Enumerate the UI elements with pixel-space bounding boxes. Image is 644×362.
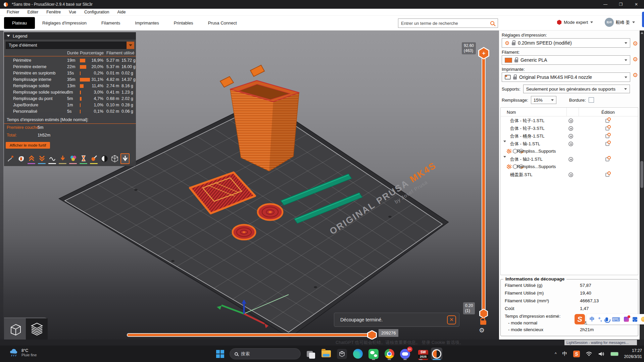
weather-widget[interactable]: 8°CPluie fine — [9, 348, 37, 357]
legend-row[interactable]: Remplissage solide supérieur3m3,0%0.41 m… — [4, 89, 136, 96]
task-view-button[interactable] — [305, 348, 316, 360]
editor-view-button[interactable] — [4, 318, 26, 340]
legend-row[interactable]: Jupe/Bordure1m1,0%0.10 m0.28 g — [4, 102, 136, 108]
file-explorer-button[interactable] — [320, 348, 332, 360]
deretractions-icon[interactable] — [37, 153, 46, 164]
start-button[interactable] — [216, 350, 224, 358]
edit-printer-button[interactable]: ⚙ — [633, 71, 638, 79]
sogou-icon[interactable]: S — [575, 314, 585, 324]
object-row[interactable]: 合体 - 轴-1.STL — [501, 140, 638, 147]
object-row[interactable]: 合体 - 轮子-1.STL — [501, 116, 638, 124]
object-child-row[interactable]: Rempliss...Supports — [501, 163, 638, 170]
prusaslicer-taskbar-button[interactable] — [431, 348, 442, 360]
ime-punctuation-icon[interactable]: °, — [598, 316, 602, 322]
object-child-row[interactable]: Rempliss...Supports — [501, 147, 638, 155]
close-button[interactable]: ✕ — [629, 0, 644, 9]
tab-printables[interactable]: Printables — [166, 17, 201, 29]
tab-reglages-impression[interactable]: Réglages d'Impression — [35, 17, 94, 29]
name-column-header[interactable]: Nom — [507, 110, 516, 115]
edit-icon[interactable] — [605, 126, 609, 131]
eye-icon[interactable] — [568, 142, 573, 146]
legend-row[interactable]: Périmètre externe22m20,0%5.37 m16.00 g — [4, 64, 136, 70]
tab-imprimantes[interactable]: Imprimantes — [128, 17, 166, 29]
legend-row[interactable]: Remplissage solide13m11,4%2.74 m8.16 g — [4, 83, 136, 89]
expand-caret-icon[interactable] — [503, 141, 506, 147]
stealth-mode-button[interactable]: Afficher le mode furtif — [6, 142, 50, 149]
edit-icon[interactable] — [605, 173, 609, 177]
tool-changes-icon[interactable] — [58, 153, 67, 164]
tab-filaments[interactable]: Filaments — [94, 17, 128, 29]
object-row[interactable]: 合体 - 桶身-1.STL — [501, 132, 638, 140]
legend-row[interactable]: Périmètre19m16,9%5.27 m15.72 g — [4, 57, 136, 64]
viewport-3d[interactable]: ORIGINAL PRUSA MK4S by Josef Prusa — [0, 31, 499, 340]
view-type-dropdown-button[interactable] — [127, 42, 134, 49]
scroll-up-icon[interactable] — [641, 32, 643, 34]
legend-header[interactable]: Legend — [4, 32, 136, 40]
legend-row[interactable]: Périmètre en surplomb15s0,2%0.01 m0.02 g — [4, 70, 136, 76]
ime-apps-icon[interactable] — [633, 317, 637, 322]
tab-plateau[interactable]: Plateau — [4, 17, 35, 29]
search-input[interactable]: Entrer un terme de recherche — [398, 18, 498, 28]
edit-icon[interactable] — [605, 157, 609, 161]
menu-aide[interactable]: Aide — [113, 10, 130, 14]
retractions-icon[interactable] — [27, 153, 36, 164]
edit-icon[interactable] — [605, 119, 609, 123]
chrome-button[interactable] — [384, 348, 395, 360]
shells-icon[interactable] — [110, 153, 119, 164]
legend-row[interactable]: Remplissage interne35m31,1%4.82 m14.37 g — [4, 76, 136, 83]
emoji-icon[interactable] — [641, 317, 644, 322]
solidworks-button[interactable]: SW2025 — [415, 348, 427, 360]
filament-combo[interactable]: Generic PLA — [502, 55, 630, 65]
menu-editer[interactable]: Editer — [23, 10, 43, 14]
sogou-tray-icon[interactable]: S — [573, 351, 580, 357]
move-slider-track[interactable] — [128, 334, 370, 336]
layer-slider-track[interactable] — [482, 53, 485, 311]
discord-button[interactable]: 9+ — [399, 348, 411, 360]
eye-icon[interactable] — [568, 172, 573, 177]
menu-configuration[interactable]: Configuration — [80, 10, 113, 14]
eye-icon[interactable] — [568, 126, 573, 131]
menu-vue[interactable]: Vue — [65, 10, 80, 14]
seams-icon[interactable] — [48, 153, 57, 164]
edit-filament-button[interactable]: ⚙ — [633, 56, 638, 63]
printer-combo[interactable]: Original Prusa MK4S HF0.4 nozzle — [502, 72, 630, 82]
notification-close-button[interactable]: ✕ — [447, 315, 456, 324]
ime-indicator[interactable]: 中 — [562, 351, 567, 357]
print-settings-combo[interactable]: ⚙ 0.20mm SPEED (modifié) — [502, 38, 630, 48]
travel-moves-icon[interactable] — [6, 153, 15, 164]
center-of-mass-icon[interactable] — [100, 153, 109, 164]
custom-gcode-icon[interactable] — [89, 153, 98, 164]
wipe-icon[interactable] — [16, 153, 26, 164]
object-row[interactable]: 合体 - 轮子-3.STL — [501, 124, 638, 132]
maximize-button[interactable]: ❐ — [613, 0, 629, 9]
infill-dropdown[interactable]: 15% — [531, 96, 556, 104]
object-row[interactable]: 桶盖新.STL — [501, 170, 638, 178]
preview-view-button[interactable] — [26, 318, 48, 340]
sidebar-scrollbar[interactable] — [640, 31, 644, 340]
object-row[interactable]: 合体 - 轴2-1.STL — [501, 155, 638, 163]
volume-icon[interactable] — [598, 351, 605, 357]
legend-toggle-icon[interactable] — [120, 153, 130, 164]
pause-prints-icon[interactable] — [79, 153, 88, 164]
scrollbar-thumb[interactable] — [640, 161, 643, 188]
eye-icon[interactable] — [568, 134, 573, 139]
edit-print-settings-button[interactable]: ⚙ — [633, 40, 638, 47]
tab-prusa-connect[interactable]: Prusa Connect — [201, 17, 244, 29]
keyboard-icon[interactable]: ⌨ — [612, 316, 620, 323]
minimize-button[interactable]: — — [598, 0, 613, 9]
menu-fichier[interactable]: Fichier — [3, 10, 23, 14]
wifi-icon[interactable] — [586, 351, 592, 357]
ime-language-icon[interactable]: 中 — [590, 316, 595, 322]
taskbar-search[interactable]: 搜索 — [230, 348, 301, 359]
eye-icon[interactable] — [568, 118, 573, 123]
edit-column-header[interactable]: Édition — [601, 110, 615, 115]
wechat-button[interactable] — [368, 348, 379, 360]
cube-app-button[interactable] — [336, 348, 348, 360]
edit-icon[interactable] — [605, 134, 609, 138]
menu-fenetre[interactable]: Fenêtre — [42, 10, 65, 14]
mode-selector[interactable]: Mode expert — [557, 20, 593, 25]
unlock-icon[interactable] — [480, 320, 486, 325]
eye-icon[interactable] — [568, 157, 573, 162]
supports-dropdown[interactable]: Seulement pour les générateurs de suppor… — [523, 85, 630, 93]
expand-caret-icon[interactable] — [503, 156, 506, 163]
